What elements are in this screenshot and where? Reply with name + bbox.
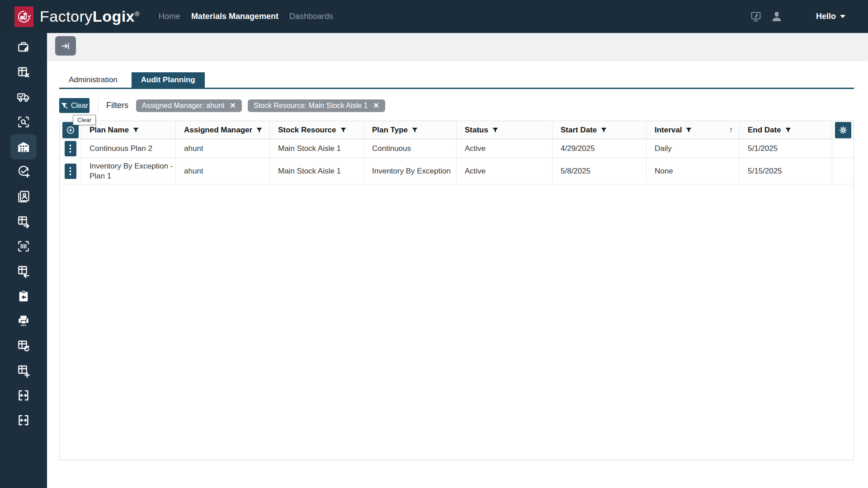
cell-interval: None xyxy=(646,158,740,184)
table-row[interactable]: Inventory By Exception - Plan 1 ahunt Ma… xyxy=(60,158,854,184)
filter-chip-assigned-manager: Assigned Manager: ahunt ✕ xyxy=(136,99,242,112)
column-label: Status xyxy=(465,126,488,135)
sidebar xyxy=(0,33,47,488)
row-menu-button[interactable] xyxy=(65,164,76,179)
filter-funnel-icon[interactable] xyxy=(256,127,262,133)
main-nav: Home Materials Management Dashboards xyxy=(159,12,333,21)
row-menu-button[interactable] xyxy=(65,141,76,156)
sidebar-item-table-refresh[interactable] xyxy=(16,338,31,353)
user-menu[interactable]: Hello xyxy=(816,12,845,21)
clear-filters-button[interactable]: Clear xyxy=(59,98,90,113)
filter-funnel-icon[interactable] xyxy=(785,127,791,133)
sidebar-item-table-export[interactable] xyxy=(16,214,31,229)
sidebar-item-clipboard-return[interactable] xyxy=(16,288,31,304)
sidebar-item-contact-card[interactable] xyxy=(16,189,31,204)
clear-tooltip: Clear xyxy=(73,115,96,125)
column-label: Interval xyxy=(655,126,682,135)
column-label: Plan Name xyxy=(90,126,129,135)
column-header-plan-type[interactable]: Plan Type xyxy=(364,121,457,139)
sidebar-item-panels-merge[interactable] xyxy=(16,388,31,403)
user-icon[interactable] xyxy=(770,10,783,23)
nav-home[interactable]: Home xyxy=(159,12,180,21)
table-header-row: Plan Name Assigned Manager Stock Resourc… xyxy=(60,121,854,139)
filter-funnel-icon[interactable] xyxy=(133,127,139,133)
sidebar-item-table-import[interactable] xyxy=(16,263,31,279)
brand-light: Factory xyxy=(40,8,93,25)
table-remove-icon xyxy=(16,65,31,80)
filter-funnel-icon[interactable] xyxy=(492,127,498,133)
factorylogix-logo-icon[interactable] xyxy=(14,6,33,27)
column-label: Start Date xyxy=(561,126,597,135)
panels-expand-icon xyxy=(16,413,31,427)
filter-funnel-icon[interactable] xyxy=(601,127,607,133)
cell-interval: Daily xyxy=(646,139,740,158)
sidebar-item-briefcase-edit[interactable] xyxy=(16,40,31,55)
column-header-assigned-manager[interactable]: Assigned Manager xyxy=(176,121,270,139)
column-header-stock-resource[interactable]: Stock Resource xyxy=(270,121,364,139)
printer-icon xyxy=(16,314,31,328)
cell-empty xyxy=(832,158,854,184)
cell-status: Active xyxy=(457,158,552,184)
tab-audit-planning[interactable]: Audit Planning xyxy=(132,72,205,88)
sidebar-item-panels-expand[interactable] xyxy=(16,413,31,428)
column-header-end-date[interactable]: End Date xyxy=(740,121,832,139)
greeting-label: Hello xyxy=(816,12,836,21)
cell-plan-type: Continuous xyxy=(364,139,457,158)
barcode-scan-icon xyxy=(16,239,31,253)
clear-button-label: Clear xyxy=(71,102,88,110)
cell-start-date: 4/29/2025 xyxy=(552,139,646,158)
remove-filter-icon[interactable]: ✕ xyxy=(230,102,236,109)
table-export-icon xyxy=(16,214,31,229)
sidebar-item-warehouse[interactable] xyxy=(10,134,37,160)
cell-stock-resource: Main Stock Aisle 1 xyxy=(270,139,364,158)
plus-circle-icon xyxy=(66,125,75,135)
column-settings-button[interactable] xyxy=(835,122,851,138)
cell-assigned-manager: ahunt xyxy=(176,139,270,158)
sidebar-item-printer[interactable] xyxy=(16,313,31,328)
sidebar-item-search-scan[interactable] xyxy=(16,114,31,130)
filter-funnel-icon[interactable] xyxy=(686,127,692,133)
chip-label: Assigned Manager: ahunt xyxy=(142,102,224,110)
clipboard-return-icon xyxy=(16,289,31,303)
cell-status: Active xyxy=(457,139,552,158)
nav-dashboards[interactable]: Dashboards xyxy=(289,12,333,21)
vertical-ellipsis-icon xyxy=(69,144,71,153)
gear-icon xyxy=(839,126,848,135)
column-header-status[interactable]: Status xyxy=(457,121,552,139)
topbar-right: Hello xyxy=(749,10,845,23)
cell-end-date: 5/15/2025 xyxy=(740,158,832,184)
tab-administration[interactable]: Administration xyxy=(59,72,127,88)
vertical-ellipsis-icon xyxy=(69,167,71,176)
table-row[interactable]: Continuous Plan 2 ahunt Main Stock Aisle… xyxy=(60,139,854,158)
monitor-edit-icon[interactable] xyxy=(749,10,763,23)
search-scan-icon xyxy=(16,115,31,129)
filter-bar: Clear Clear Filters Assigned Manager: ah… xyxy=(59,98,854,113)
column-header-interval[interactable]: Interval ↑ xyxy=(646,121,740,139)
audit-plans-table: Plan Name Assigned Manager Stock Resourc… xyxy=(59,121,854,460)
cell-stock-resource: Main Stock Aisle 1 xyxy=(270,158,364,184)
logo-bolt-icon xyxy=(16,9,32,25)
filter-funnel-icon[interactable] xyxy=(412,127,418,133)
sidebar-item-check-add[interactable] xyxy=(16,164,31,179)
nav-materials-management[interactable]: Materials Management xyxy=(191,12,278,21)
contact-card-icon xyxy=(16,189,31,204)
briefcase-edit-icon xyxy=(16,40,31,55)
sort-ascending-icon[interactable]: ↑ xyxy=(729,126,733,135)
remove-filter-icon[interactable]: ✕ xyxy=(373,102,379,109)
check-add-icon xyxy=(16,164,31,179)
sidebar-item-table-add[interactable] xyxy=(16,363,31,378)
brand-title: FactoryLogix® xyxy=(40,8,140,25)
filter-funnel-icon[interactable] xyxy=(340,127,346,133)
header-settings-cell xyxy=(832,121,854,139)
sidebar-item-barcode-scan[interactable] xyxy=(16,239,31,254)
warehouse-icon xyxy=(16,139,31,155)
cell-end-date: 5/1/2025 xyxy=(740,139,832,158)
page-content: Administration Audit Planning Clear Clea… xyxy=(47,72,868,460)
collapse-panel-button[interactable] xyxy=(55,36,76,56)
arrow-to-bar-icon xyxy=(60,41,71,52)
table-add-icon xyxy=(16,363,31,378)
sidebar-item-table-remove[interactable] xyxy=(16,65,31,80)
chip-label: Stock Resource: Main Stock Aisle 1 xyxy=(254,102,368,110)
column-header-start-date[interactable]: Start Date xyxy=(552,121,646,139)
sidebar-item-truck-check[interactable] xyxy=(16,89,31,105)
